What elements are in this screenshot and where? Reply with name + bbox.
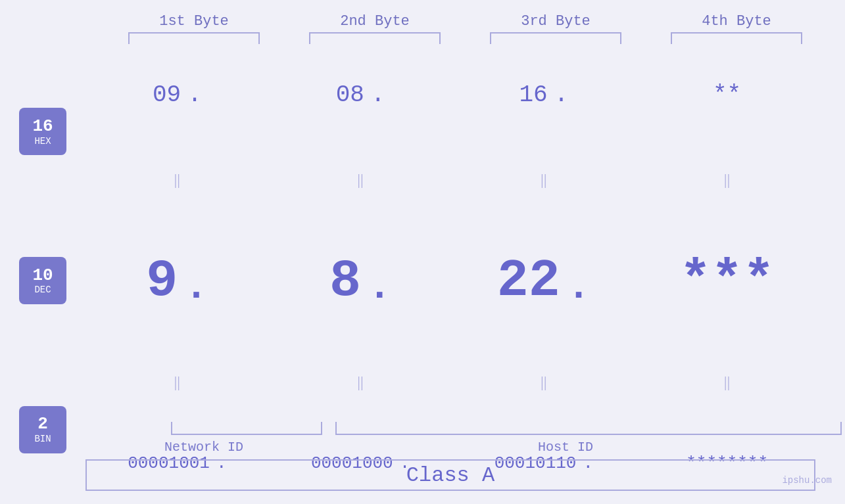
eq-1-4: ||	[655, 171, 800, 189]
bin-badge-num: 2	[37, 415, 48, 434]
byte-label-4: 4th Byte	[664, 13, 809, 30]
byte-labels-row: 1st Byte 2nd Byte 3rd Byte 4th Byte	[104, 13, 827, 30]
hex-dot-2: .	[371, 81, 385, 108]
class-bar: Class A	[85, 459, 815, 491]
eq-1-3: ||	[471, 171, 616, 189]
hex-badge-label: HEX	[34, 136, 51, 147]
bracket-4	[671, 32, 802, 44]
eq-1-1: ||	[105, 171, 249, 189]
host-bracket	[335, 422, 842, 435]
class-label: Class A	[406, 463, 495, 488]
eq-row-2: || || || ||	[85, 373, 819, 391]
hex-cell-2: 08 .	[288, 81, 433, 108]
hex-val-2: 08	[336, 81, 364, 108]
hex-cell-4: **	[655, 81, 800, 108]
dec-val-4: ***	[680, 251, 775, 311]
eq-2-3: ||	[471, 373, 616, 391]
eq-2-4: ||	[655, 373, 800, 391]
hex-val-3: 16	[519, 81, 547, 108]
bracket-3	[490, 32, 621, 44]
network-bracket	[171, 422, 322, 435]
hex-cell-3: 16 .	[471, 81, 616, 108]
byte-label-1: 1st Byte	[122, 13, 266, 30]
hex-row: 09 . 08 . 16 . **	[85, 81, 819, 108]
eq-row-1: || || || ||	[85, 171, 819, 189]
hex-badge-num: 16	[32, 117, 53, 136]
dec-cell-2: 8 .	[288, 251, 433, 311]
dec-row: 9 . 8 . 22 . ***	[85, 251, 819, 311]
network-id-label: Network ID	[128, 440, 279, 455]
hex-badge: 16 HEX	[19, 108, 66, 155]
hex-val-1: 09	[153, 81, 181, 108]
hex-dot-3: .	[554, 81, 569, 108]
hex-val-4: **	[713, 81, 741, 108]
dec-cell-4: ***	[655, 251, 800, 311]
eq-1-2: ||	[288, 171, 433, 189]
dec-dot-2: .	[368, 265, 391, 309]
byte-label-3: 3rd Byte	[483, 13, 628, 30]
dec-val-2: 8	[329, 251, 361, 311]
bottom-labels: Network ID Host ID	[0, 440, 845, 455]
hex-dot-1: .	[187, 81, 202, 108]
data-rows: 09 . 08 . 16 . ** || || ||	[85, 51, 845, 504]
dec-dot-3: .	[567, 265, 591, 309]
eq-2-2: ||	[288, 373, 433, 391]
main-container: 1st Byte 2nd Byte 3rd Byte 4th Byte 16 H…	[0, 0, 845, 504]
host-id-label: Host ID	[312, 440, 819, 455]
bracket-1	[128, 32, 260, 44]
dec-val-1: 9	[146, 251, 178, 311]
top-brackets	[104, 32, 827, 44]
dec-val-3: 22	[497, 251, 560, 311]
eq-2-1: ||	[105, 373, 249, 391]
byte-label-2: 2nd Byte	[302, 13, 447, 30]
watermark: ipshu.com	[782, 475, 832, 486]
dec-badge-num: 10	[32, 266, 53, 285]
main-area: 16 HEX 10 DEC 2 BIN 09 . 08	[0, 51, 845, 504]
dec-cell-1: 9 .	[105, 251, 249, 311]
badges-column: 16 HEX 10 DEC 2 BIN	[0, 51, 85, 504]
bracket-2	[309, 32, 441, 44]
hex-cell-1: 09 .	[105, 81, 249, 108]
dec-badge-label: DEC	[34, 285, 51, 295]
dec-cell-3: 22 .	[471, 251, 616, 311]
bottom-brackets	[85, 422, 842, 435]
dec-badge: 10 DEC	[19, 257, 66, 304]
dec-dot-1: .	[184, 265, 208, 309]
